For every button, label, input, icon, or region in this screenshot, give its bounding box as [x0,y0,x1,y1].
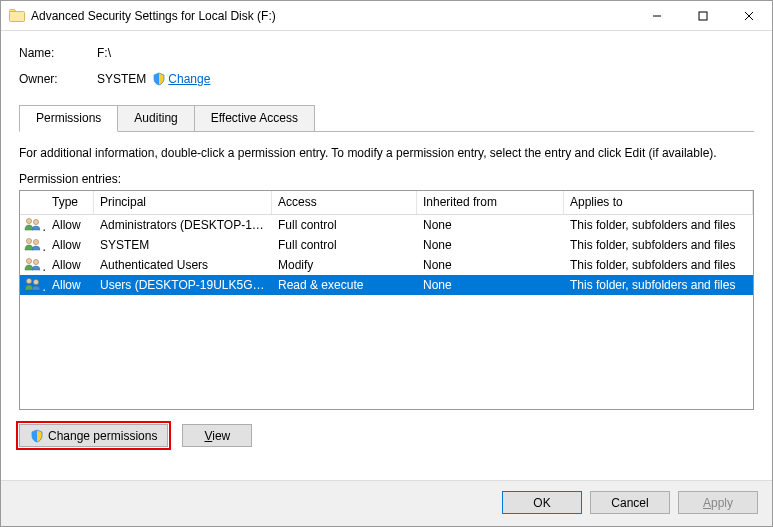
tabs: Permissions Auditing Effective Access [19,105,754,132]
apply-button[interactable]: Apply [678,491,758,514]
svg-rect-2 [699,12,707,20]
cell-applies: This folder, subfolders and files [564,218,753,232]
cell-inherited: None [417,238,564,252]
cell-type: Allow [46,238,94,252]
owner-row: Owner: SYSTEM Change [19,69,754,89]
folder-icon [9,8,25,24]
cell-type: Allow [46,278,94,292]
users-icon [24,217,42,231]
svg-point-12 [33,279,38,284]
cell-principal: Administrators (DESKTOP-19... [94,218,272,232]
column-applies[interactable]: Applies to [564,191,753,214]
shield-icon [30,429,44,443]
users-icon [24,277,42,291]
svg-point-7 [26,238,31,243]
change-permissions-label: Change permissions [48,429,157,443]
table-row[interactable]: AllowAdministrators (DESKTOP-19...Full c… [20,215,753,235]
svg-point-5 [26,218,31,223]
users-icon [24,237,42,251]
dialog-footer: OK Cancel Apply [1,480,772,526]
owner-label: Owner: [19,72,97,86]
cell-inherited: None [417,258,564,272]
cell-principal: SYSTEM [94,238,272,252]
ok-button[interactable]: OK [502,491,582,514]
column-principal[interactable]: Principal [94,191,272,214]
cell-applies: This folder, subfolders and files [564,238,753,252]
svg-point-6 [33,219,38,224]
cell-access: Modify [272,258,417,272]
users-icon [24,257,42,271]
tab-permissions[interactable]: Permissions [19,105,118,132]
name-value: F:\ [97,46,111,60]
svg-point-10 [33,259,38,264]
cell-access: Full control [272,238,417,252]
change-permissions-button[interactable]: Change permissions [19,424,168,447]
column-inherited[interactable]: Inherited from [417,191,564,214]
cell-access: Read & execute [272,278,417,292]
table-row[interactable]: AllowSYSTEMFull controlNoneThis folder, … [20,235,753,255]
owner-value: SYSTEM [97,72,146,86]
cell-inherited: None [417,218,564,232]
maximize-button[interactable] [680,1,726,31]
cell-principal: Authenticated Users [94,258,272,272]
action-row: Change permissions View [19,424,754,447]
cell-type: Allow [46,218,94,232]
cell-principal: Users (DESKTOP-19ULK5G\Us... [94,278,272,292]
name-label: Name: [19,46,97,60]
svg-point-9 [26,258,31,263]
change-owner-link[interactable]: Change [168,72,210,86]
titlebar: Advanced Security Settings for Local Dis… [1,1,772,31]
column-icon[interactable] [20,191,46,214]
cell-applies: This folder, subfolders and files [564,278,753,292]
svg-point-8 [33,239,38,244]
cell-type: Allow [46,258,94,272]
column-access[interactable]: Access [272,191,417,214]
svg-point-11 [26,278,31,283]
info-text: For additional information, double-click… [19,146,754,160]
view-button[interactable]: View [182,424,252,447]
cancel-button[interactable]: Cancel [590,491,670,514]
cell-access: Full control [272,218,417,232]
svg-rect-0 [10,11,25,21]
column-type[interactable]: Type [46,191,94,214]
table-row[interactable]: AllowUsers (DESKTOP-19ULK5G\Us...Read & … [20,275,753,295]
shield-icon [152,72,166,86]
close-button[interactable] [726,1,772,31]
table-header: Type Principal Access Inherited from App… [20,191,753,215]
cell-inherited: None [417,278,564,292]
tab-effective-access[interactable]: Effective Access [194,105,315,132]
permission-table: Type Principal Access Inherited from App… [19,190,754,410]
minimize-button[interactable] [634,1,680,31]
window-title: Advanced Security Settings for Local Dis… [31,9,276,23]
name-row: Name: F:\ [19,43,754,63]
entries-label: Permission entries: [19,172,754,186]
table-row[interactable]: AllowAuthenticated UsersModifyNoneThis f… [20,255,753,275]
cell-applies: This folder, subfolders and files [564,258,753,272]
tab-auditing[interactable]: Auditing [117,105,194,132]
